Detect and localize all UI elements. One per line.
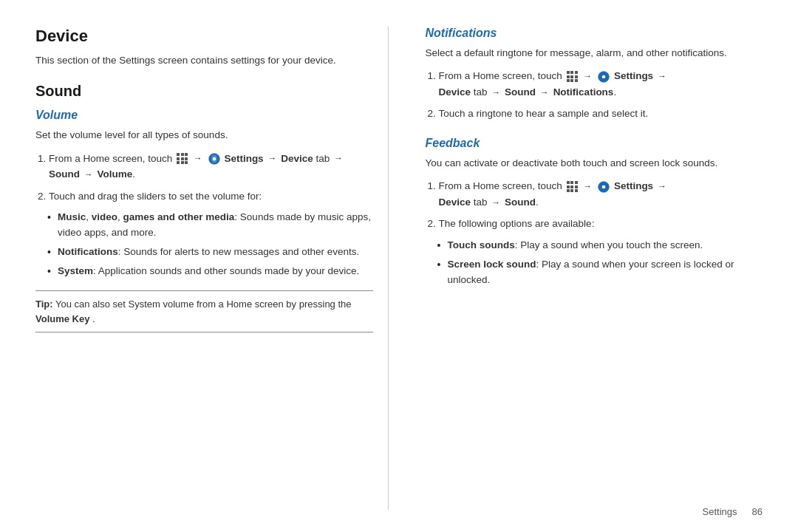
tip-end: . [92, 313, 95, 324]
settings-icon-3 [598, 181, 610, 193]
arrow-icon-3: → [334, 151, 343, 166]
arrow-icon-9: → [583, 180, 592, 194]
volume-label: Volume [98, 168, 133, 180]
device-heading: Device [35, 27, 373, 46]
feedback-bullet-screenlock: Screen lock sound: Play a sound when you… [437, 257, 763, 287]
volume-bullet-media: Music, video, games and other media: Sou… [47, 210, 373, 240]
feedback-description: You can activate or deactivate both touc… [426, 156, 763, 171]
settings-label-2: Settings [614, 70, 653, 81]
page-footer: Settings 86 [703, 506, 763, 517]
apps-icon [177, 153, 188, 164]
left-column: Device This section of the Settings scre… [35, 27, 389, 510]
volume-key-label: Volume Key [35, 313, 89, 324]
apps-icon-2 [567, 71, 578, 82]
feedback-heading: Feedback [426, 137, 763, 150]
volume-bullet-notifications: Notifications: Sounds for alerts to new … [47, 245, 373, 259]
volume-step-1: From a Home screen, touch → Settings → [49, 151, 373, 183]
apps-icon-3 [567, 181, 578, 192]
notifications-label: Notifications [553, 86, 614, 98]
svg-point-3 [602, 75, 606, 78]
feedback-step-2: The following options are available: [439, 216, 763, 232]
volume-bullets-list: Music, video, games and other media: Sou… [47, 210, 373, 279]
tip-label: Tip: [35, 299, 53, 310]
svg-point-5 [602, 185, 606, 188]
footer-label: Settings [703, 506, 737, 517]
device-tab-label: Device [281, 153, 313, 164]
page-number: 86 [752, 506, 763, 517]
sound-label-3: Sound [505, 197, 536, 208]
feedback-step-1: From a Home screen, touch → Settings → D… [439, 178, 763, 210]
page: Device This section of the Settings scre… [0, 0, 798, 532]
notifications-heading: Notifications [426, 27, 763, 40]
sound-label: Sound [49, 168, 80, 180]
volume-heading: Volume [35, 109, 373, 122]
settings-label-3: Settings [614, 180, 653, 191]
arrow-icon-10: → [658, 180, 666, 194]
settings-icon-2 [598, 71, 610, 83]
device-label-2: Device [439, 197, 471, 208]
settings-icon [208, 153, 220, 165]
volume-description: Set the volume level for all types of so… [35, 128, 373, 143]
arrow-icon-4: → [84, 168, 93, 182]
arrow-icon-8: → [540, 86, 549, 100]
arrow-icon-2: → [267, 151, 276, 166]
notifications-steps-list: From a Home screen, touch → Settings → D… [439, 68, 763, 122]
arrow-icon-5: → [583, 69, 592, 83]
volume-step-2: Touch and drag the sliders to set the vo… [49, 188, 373, 205]
tip-text: You can also set System volume from a Ho… [55, 299, 352, 310]
arrow-icon-6: → [658, 69, 666, 83]
tip-section: Tip: You can also set System volume from… [35, 290, 373, 332]
sound-label-2: Sound [505, 86, 536, 98]
volume-steps-list: From a Home screen, touch → Settings → [49, 151, 373, 205]
sound-heading: Sound [35, 83, 373, 100]
feedback-steps-list: From a Home screen, touch → Settings → D… [439, 178, 763, 232]
device-tab-label-2: Device [439, 86, 471, 98]
notifications-description: Select a default ringtone for message, a… [426, 46, 763, 61]
arrow-icon-7: → [491, 86, 500, 100]
feedback-bullet-touch: Touch sounds: Play a sound when you touc… [437, 238, 763, 253]
notifications-step-2: Touch a ringtone to hear a sample and se… [439, 106, 763, 122]
volume-bullet-system: System: Application sounds and other sou… [47, 264, 373, 279]
feedback-bullets-list: Touch sounds: Play a sound when you touc… [437, 238, 763, 287]
right-column: Notifications Select a default ringtone … [418, 27, 763, 510]
device-description: This section of the Settings screen cont… [35, 53, 373, 68]
arrow-icon: → [194, 151, 202, 166]
notifications-step-1: From a Home screen, touch → Settings → D… [439, 68, 763, 100]
arrow-icon-11: → [491, 196, 500, 210]
settings-label: Settings [224, 153, 263, 164]
